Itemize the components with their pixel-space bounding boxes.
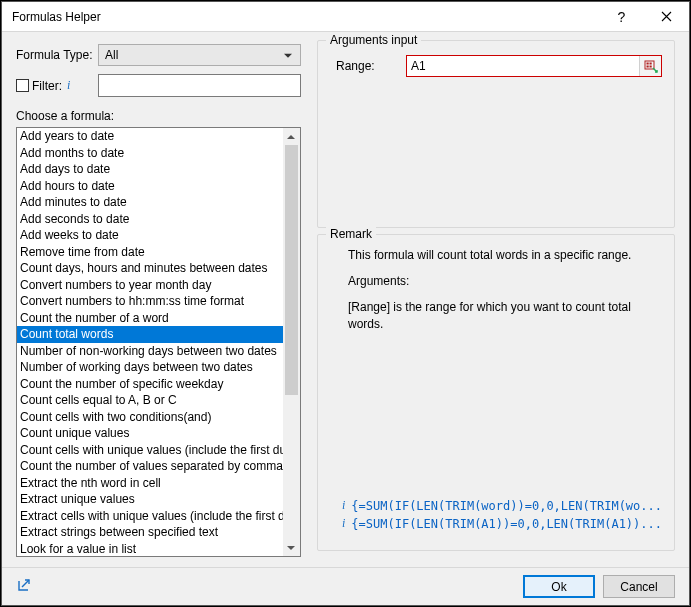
filter-row: Filter: i xyxy=(16,74,301,97)
scrollbar[interactable] xyxy=(283,128,300,556)
list-item[interactable]: Extract cells with unique values (includ… xyxy=(17,508,283,525)
right-panel: Arguments input Range: xyxy=(311,32,689,567)
info-icon[interactable]: i xyxy=(67,78,70,93)
range-picker-button[interactable] xyxy=(639,56,661,76)
list-item[interactable]: Add years to date xyxy=(17,128,283,145)
list-item[interactable]: Count unique values xyxy=(17,425,283,442)
formula-preview-2[interactable]: {=SUM(IF(LEN(TRIM(A1))=0,0,LEN(TRIM(A1))… xyxy=(351,517,662,531)
dialog-body: Formula Type: All Filter: i Choose a for… xyxy=(2,32,689,567)
formula-type-value: All xyxy=(105,48,118,62)
formula-type-label: Formula Type: xyxy=(16,48,98,62)
filter-input[interactable] xyxy=(98,74,301,97)
cancel-button[interactable]: Cancel xyxy=(603,575,675,598)
formula-preview-row-2: i {=SUM(IF(LEN(TRIM(A1))=0,0,LEN(TRIM(A1… xyxy=(340,516,662,531)
list-item[interactable]: Add days to date xyxy=(17,161,283,178)
list-item[interactable]: Count the number of values separated by … xyxy=(17,458,283,475)
list-item[interactable]: Count cells equal to A, B or C xyxy=(17,392,283,409)
filter-label: Filter: xyxy=(32,79,62,93)
formula-preview-1[interactable]: {=SUM(IF(LEN(TRIM(word))=0,0,LEN(TRIM(wo… xyxy=(351,499,662,513)
list-item[interactable]: Extract the nth word in cell xyxy=(17,475,283,492)
close-icon xyxy=(661,11,672,22)
svg-rect-2 xyxy=(649,63,651,65)
range-row: Range: xyxy=(330,55,662,77)
popout-icon[interactable] xyxy=(16,577,32,597)
remark-description: This formula will count total words in a… xyxy=(348,247,658,263)
close-button[interactable] xyxy=(644,2,689,32)
list-item[interactable]: Count the number of specific weekday xyxy=(17,376,283,393)
remark-range-desc: [Range] is the range for which you want … xyxy=(348,299,658,331)
info-icon[interactable]: i xyxy=(342,516,345,531)
formula-type-row: Formula Type: All xyxy=(16,44,301,66)
list-item[interactable]: Extract strings between specified text xyxy=(17,524,283,541)
list-item[interactable]: Add seconds to date xyxy=(17,211,283,228)
list-item[interactable]: Count cells with unique values (include … xyxy=(17,442,283,459)
formula-listbox[interactable]: Add years to dateAdd months to dateAdd d… xyxy=(16,127,301,557)
svg-rect-3 xyxy=(646,66,648,68)
formula-type-select[interactable]: All xyxy=(98,44,301,66)
svg-rect-4 xyxy=(649,66,651,68)
list-item[interactable]: Add weeks to date xyxy=(17,227,283,244)
remark-legend: Remark xyxy=(326,227,376,241)
range-label: Range: xyxy=(330,59,406,73)
left-panel: Formula Type: All Filter: i Choose a for… xyxy=(2,32,311,567)
list-item[interactable]: Number of working days between two dates xyxy=(17,359,283,376)
list-item[interactable]: Extract unique values xyxy=(17,491,283,508)
list-item[interactable]: Count the number of a word xyxy=(17,310,283,327)
dialog-footer: Ok Cancel xyxy=(2,567,689,605)
arguments-fieldset: Arguments input Range: xyxy=(317,40,675,228)
scroll-thumb[interactable] xyxy=(285,145,298,395)
list-item[interactable]: Convert numbers to year month day xyxy=(17,277,283,294)
remark-args-header: Arguments: xyxy=(348,273,658,289)
list-item[interactable]: Number of non-working days between two d… xyxy=(17,343,283,360)
list-item[interactable]: Count total words xyxy=(17,326,283,343)
titlebar: Formulas Helper ? xyxy=(2,2,689,32)
list-item[interactable]: Count days, hours and minutes between da… xyxy=(17,260,283,277)
range-input[interactable] xyxy=(407,56,639,76)
remark-fieldset: Remark This formula will count total wor… xyxy=(317,234,675,551)
choose-formula-label: Choose a formula: xyxy=(16,109,301,123)
filter-checkbox[interactable] xyxy=(16,79,29,92)
list-item[interactable]: Add hours to date xyxy=(17,178,283,195)
list-item[interactable]: Count cells with two conditions(and) xyxy=(17,409,283,426)
list-item[interactable]: Look for a value in list xyxy=(17,541,283,557)
svg-rect-1 xyxy=(646,63,648,65)
scroll-down-arrow[interactable] xyxy=(283,539,300,556)
filter-checkbox-wrap: Filter: i xyxy=(16,74,98,97)
info-icon[interactable]: i xyxy=(342,498,345,513)
remark-content: This formula will count total words in a… xyxy=(330,247,662,342)
list-item[interactable]: Add minutes to date xyxy=(17,194,283,211)
formulas-helper-dialog: Formulas Helper ? Formula Type: All Filt… xyxy=(1,1,690,606)
ok-button[interactable]: Ok xyxy=(523,575,595,598)
scroll-up-arrow[interactable] xyxy=(283,128,300,145)
help-button[interactable]: ? xyxy=(599,2,644,32)
list-item[interactable]: Convert numbers to hh:mm:ss time format xyxy=(17,293,283,310)
svg-rect-0 xyxy=(645,61,654,69)
range-picker-icon xyxy=(644,59,658,73)
range-input-wrap xyxy=(406,55,662,77)
window-title: Formulas Helper xyxy=(12,10,599,24)
list-item[interactable]: Add months to date xyxy=(17,145,283,162)
formula-preview-row-1: i {=SUM(IF(LEN(TRIM(word))=0,0,LEN(TRIM(… xyxy=(340,498,662,513)
list-item[interactable]: Remove time from date xyxy=(17,244,283,261)
arguments-legend: Arguments input xyxy=(326,33,421,47)
formula-previews: i {=SUM(IF(LEN(TRIM(word))=0,0,LEN(TRIM(… xyxy=(330,498,662,538)
